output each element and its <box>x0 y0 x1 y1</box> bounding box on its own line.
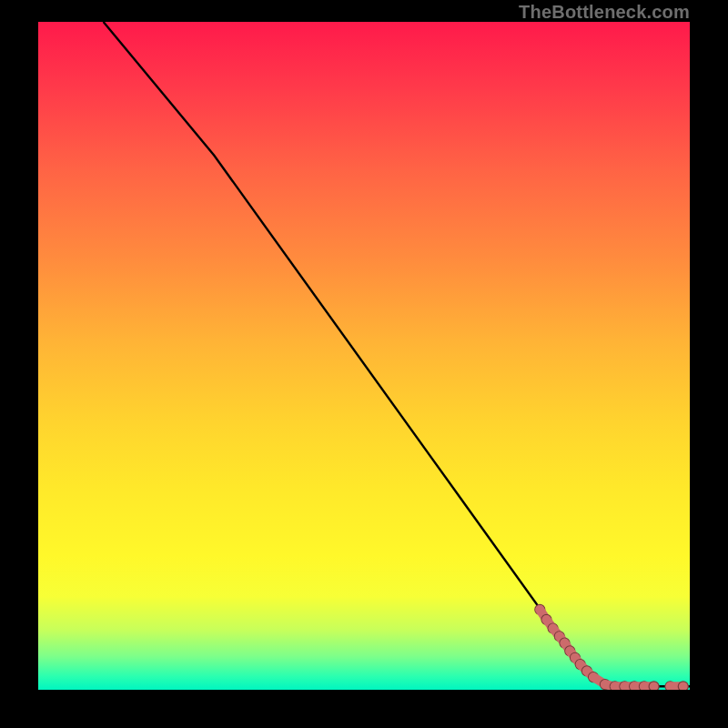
marker-dot <box>678 682 688 690</box>
chart-svg <box>38 22 690 690</box>
plot-area <box>38 22 690 690</box>
marker-dot <box>649 682 659 690</box>
bottleneck-curve-line <box>104 22 690 686</box>
marker-layer <box>535 604 689 690</box>
watermark-text: TheBottleneck.com <box>519 2 690 23</box>
chart-frame: TheBottleneck.com <box>0 0 728 728</box>
